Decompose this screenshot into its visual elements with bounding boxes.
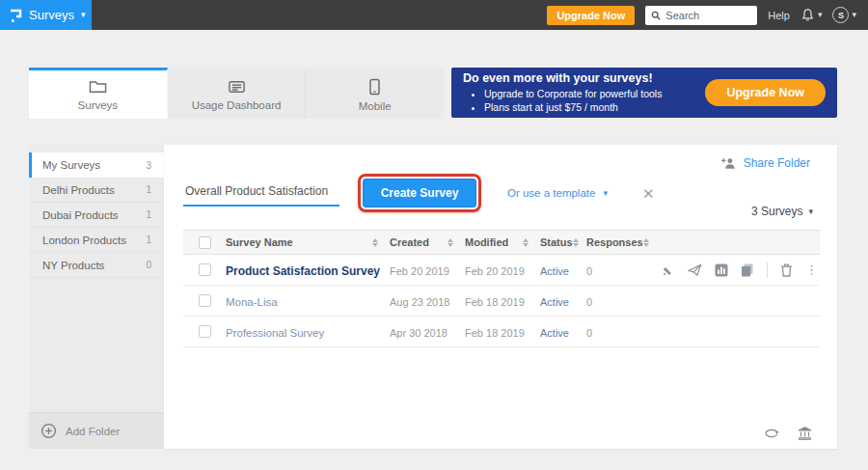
column-label: Status xyxy=(540,236,573,248)
folder-label: Dubai Products xyxy=(42,209,119,221)
search-icon xyxy=(651,11,661,20)
survey-title-input[interactable] xyxy=(183,180,339,207)
bell-icon xyxy=(800,8,815,22)
divider xyxy=(767,263,768,278)
status-badge[interactable]: Active xyxy=(540,296,569,308)
select-all-checkbox[interactable] xyxy=(199,236,211,249)
column-header-status[interactable]: Status xyxy=(540,236,586,248)
plus-circle-icon xyxy=(41,423,57,439)
column-header-modified[interactable]: Modified xyxy=(465,236,540,248)
column-label: Responses xyxy=(586,236,643,248)
folder-label: NY Products xyxy=(42,260,104,271)
column-header-responses[interactable]: Responses xyxy=(586,236,646,248)
share-person-icon xyxy=(720,156,737,170)
edit-pencil-icon[interactable] xyxy=(663,263,675,276)
chevron-down-icon: ▾ xyxy=(852,11,856,19)
responses-count: 0 xyxy=(586,296,592,308)
sidebar-item-ny-products[interactable]: NY Products 0 xyxy=(29,253,164,278)
add-folder-label: Add Folder xyxy=(66,426,120,437)
folder-count: 1 xyxy=(146,235,151,245)
tab-surveys[interactable]: Surveys xyxy=(29,68,168,119)
status-badge[interactable]: Active xyxy=(540,327,569,339)
folder-count: 3 xyxy=(146,160,151,171)
app-menu-label: Surveys xyxy=(29,8,74,22)
promo-title: Do even more with your surveys! xyxy=(463,71,662,85)
sort-icon xyxy=(523,238,529,247)
survey-name-link[interactable]: Professional Survey xyxy=(226,327,324,339)
share-folder-button[interactable]: Share Folder xyxy=(720,156,810,170)
column-label: Modified xyxy=(465,236,508,248)
column-label: Survey Name xyxy=(226,236,293,248)
survey-name-link[interactable]: Mona-Lisa xyxy=(226,296,278,308)
tab-usage-dashboard[interactable]: Usage Dashboard xyxy=(168,68,307,119)
responses-count: 0 xyxy=(586,265,592,277)
restore-icon[interactable] xyxy=(765,428,780,440)
surveys-count-label: 3 Surveys xyxy=(751,205,802,218)
folder-label: My Surveys xyxy=(42,159,100,171)
column-header-survey-name[interactable]: Survey Name xyxy=(226,236,390,248)
close-icon[interactable]: ✕ xyxy=(642,186,655,201)
mobile-icon xyxy=(368,78,381,96)
notifications-menu[interactable]: ▾ xyxy=(800,8,823,22)
use-template-link[interactable]: Or use a template ▾ xyxy=(507,187,608,199)
chevron-down-icon: ▾ xyxy=(603,189,608,198)
search-box[interactable] xyxy=(645,6,757,25)
avatar: S xyxy=(832,7,849,23)
surveys-panel: Share Folder Create Survey Or use a temp… xyxy=(164,145,837,449)
column-label: Created xyxy=(390,236,429,248)
copy-icon[interactable] xyxy=(741,263,754,277)
tab-label: Usage Dashboard xyxy=(192,99,282,111)
chevron-down-icon: ▾ xyxy=(808,207,813,216)
folders-sidebar: My Surveys 3 Delhi Products 1 Dubai Prod… xyxy=(29,145,164,449)
annotation-highlight: Create Survey xyxy=(358,174,481,212)
archive-bank-icon[interactable] xyxy=(798,427,812,440)
sidebar-item-delhi-products[interactable]: Delhi Products 1 xyxy=(29,178,164,203)
help-link[interactable]: Help xyxy=(768,10,790,21)
sidebar-item-dubai-products[interactable]: Dubai Products 1 xyxy=(29,203,164,228)
folder-label: London Products xyxy=(42,235,126,246)
survey-name-link[interactable]: Product Satisfaction Survey xyxy=(226,264,380,278)
sidebar-item-my-surveys[interactable]: My Surveys 3 xyxy=(29,152,164,178)
delete-trash-icon[interactable] xyxy=(780,263,793,277)
status-badge[interactable]: Active xyxy=(540,265,569,277)
table-header: Survey Name Created Modified Status Resp… xyxy=(183,230,820,255)
more-kebab-icon[interactable]: ⋮ xyxy=(805,263,818,277)
sort-icon xyxy=(643,238,649,247)
folder-count: 1 xyxy=(146,184,151,195)
row-checkbox[interactable] xyxy=(199,294,211,307)
create-survey-button[interactable]: Create Survey xyxy=(363,179,476,207)
surveys-count-dropdown[interactable]: 3 Surveys ▾ xyxy=(751,205,813,218)
tab-label: Surveys xyxy=(78,99,119,111)
responses-count: 0 xyxy=(586,327,592,339)
search-input[interactable] xyxy=(665,10,751,21)
column-header-created[interactable]: Created xyxy=(390,236,465,248)
sort-icon xyxy=(573,238,579,247)
chevron-down-icon: ▾ xyxy=(818,11,823,19)
add-folder-button[interactable]: Add Folder xyxy=(29,412,164,449)
table-row: Professional Survey Apr 30 2018 Feb 18 2… xyxy=(183,317,820,347)
chevron-down-icon: ▾ xyxy=(81,11,86,19)
upgrade-now-button[interactable]: Upgrade Now xyxy=(547,6,635,25)
folder-count: 0 xyxy=(146,260,151,270)
logo-icon xyxy=(9,8,22,23)
send-plane-icon[interactable] xyxy=(688,263,702,277)
tab-strip: Surveys Usage Dashboard Mobile xyxy=(29,68,444,119)
tab-label: Mobile xyxy=(359,100,392,112)
app-menu[interactable]: Surveys ▾ xyxy=(0,0,92,30)
top-bar: Surveys ▾ Upgrade Now Help ▾ S ▾ xyxy=(0,0,868,30)
create-survey-row: Create Survey Or use a template ▾ ✕ xyxy=(183,174,655,212)
tab-mobile[interactable]: Mobile xyxy=(306,68,444,119)
row-checkbox[interactable] xyxy=(199,325,211,338)
surveys-table: Survey Name Created Modified Status Resp… xyxy=(183,230,820,347)
use-template-label: Or use a template xyxy=(507,187,595,199)
report-chart-icon[interactable] xyxy=(715,263,728,277)
sidebar-item-london-products[interactable]: London Products 1 xyxy=(29,228,164,253)
promo-upgrade-button[interactable]: Upgrade Now xyxy=(705,79,826,106)
sort-icon xyxy=(372,238,378,247)
row-checkbox[interactable] xyxy=(199,263,211,276)
folder-icon xyxy=(89,79,107,95)
promo-bullet: Plans start at just $75 / month xyxy=(484,100,662,114)
account-menu[interactable]: S ▾ xyxy=(832,7,856,23)
modified-date: Feb 20 2019 xyxy=(465,265,525,277)
promo-bullet: Upgrade to Corporate for powerful tools xyxy=(484,87,662,100)
